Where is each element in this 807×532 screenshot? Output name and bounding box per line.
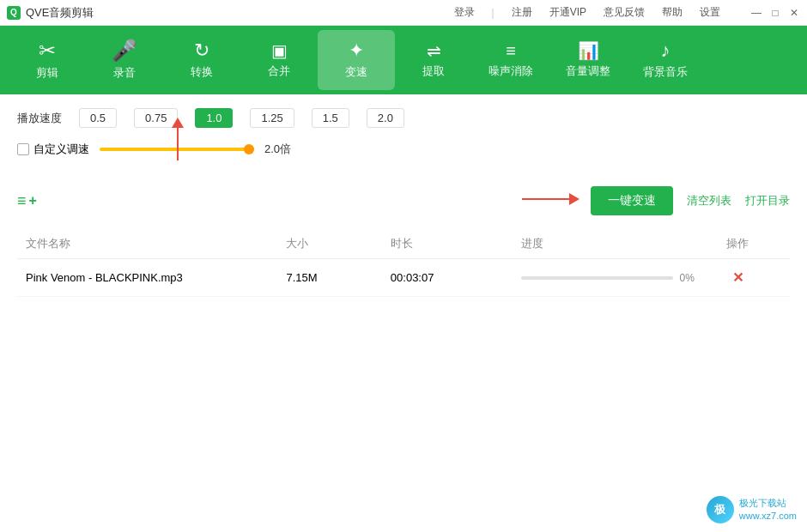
app-icon: Q bbox=[7, 6, 21, 20]
bgm-icon: ♪ bbox=[661, 41, 670, 60]
clear-list-button[interactable]: 清空列表 bbox=[687, 193, 731, 209]
nav-label-extract: 提取 bbox=[422, 63, 445, 79]
custom-speed-label: 自定义调速 bbox=[33, 142, 89, 157]
nav-item-record[interactable]: 🎤 录音 bbox=[86, 30, 163, 90]
nav-item-speed[interactable]: ✦ 变速 bbox=[318, 30, 395, 90]
content-area: 播放速度 0.5 0.75 1.0 1.25 1.5 2.0 自定义调速 2.0… bbox=[0, 94, 807, 532]
nav-label-record: 录音 bbox=[113, 65, 136, 81]
speed-row: 播放速度 0.5 0.75 1.0 1.25 1.5 2.0 bbox=[17, 108, 790, 128]
header-size: 大小 bbox=[286, 236, 390, 251]
speed-btn-1.0[interactable]: 1.0 bbox=[195, 108, 233, 128]
settings-link[interactable]: 设置 bbox=[700, 5, 720, 20]
add-icon: ≡ bbox=[17, 192, 27, 210]
open-directory-button[interactable]: 打开目录 bbox=[745, 193, 790, 209]
action-right: 一键变速 清空列表 打开目录 bbox=[591, 186, 790, 215]
table-header: 文件名称 大小 时长 进度 操作 bbox=[17, 229, 790, 259]
watermark-logo: 极 bbox=[707, 496, 734, 523]
record-icon: 🎤 bbox=[112, 40, 137, 61]
volume-icon: 📊 bbox=[578, 42, 599, 59]
nav-label-volume: 音量调整 bbox=[566, 63, 610, 79]
speed-custom-value: 2.0倍 bbox=[264, 142, 291, 157]
watermark: 极 极光下载站 www.xz7.com bbox=[707, 496, 797, 523]
action-row: ≡ + 一键变速 清空列表 打开目录 bbox=[17, 186, 790, 215]
feedback-link[interactable]: 意见反馈 bbox=[604, 5, 645, 20]
speed-btn-1.25[interactable]: 1.25 bbox=[250, 108, 294, 128]
header-progress: 进度 bbox=[521, 236, 695, 251]
minimize-button[interactable]: — bbox=[750, 7, 762, 19]
speed-btn-2.0[interactable]: 2.0 bbox=[367, 108, 404, 128]
watermark-site-url: www.xz7.com bbox=[739, 510, 797, 523]
header-action: 操作 bbox=[695, 236, 781, 251]
nav-item-volume[interactable]: 📊 音量调整 bbox=[549, 30, 627, 90]
title-bar-right: 登录 | 注册 开通VIP 意见反馈 帮助 设置 — □ ✕ bbox=[454, 5, 800, 20]
title-bar-left: Q QVE音频剪辑 bbox=[7, 5, 94, 21]
speed-label: 播放速度 bbox=[17, 111, 62, 126]
arrow-line-right bbox=[522, 198, 569, 200]
arrow-head-up bbox=[172, 118, 184, 128]
convert-icon: ↻ bbox=[194, 41, 209, 60]
nav-item-cut[interactable]: ✂ 剪辑 bbox=[9, 30, 86, 90]
nav-label-bgm: 背景音乐 bbox=[643, 64, 688, 80]
file-duration: 00:03:07 bbox=[391, 271, 521, 284]
watermark-site-name: 极光下载站 bbox=[739, 497, 797, 510]
arrow-indicator-right bbox=[522, 193, 579, 205]
nav-item-merge[interactable]: ▣ 合并 bbox=[240, 30, 318, 90]
nav-label-denoise: 噪声消除 bbox=[488, 63, 533, 79]
arrow-line-up bbox=[177, 128, 179, 160]
checkbox-box[interactable] bbox=[17, 143, 29, 155]
add-files-button[interactable]: ≡ + bbox=[17, 192, 37, 210]
custom-speed-checkbox[interactable]: 自定义调速 bbox=[17, 142, 89, 157]
one-click-speed-button[interactable]: 一键变速 bbox=[591, 186, 673, 215]
help-link[interactable]: 帮助 bbox=[662, 5, 683, 20]
speed-icon: ✦ bbox=[349, 41, 364, 60]
nav-item-extract[interactable]: ⇌ 提取 bbox=[395, 30, 472, 90]
nav-bar: ✂ 剪辑 🎤 录音 ↻ 转换 ▣ 合并 ✦ 变速 ⇌ 提取 ≡ 噪声消除 📊 音… bbox=[0, 26, 807, 94]
custom-speed-row: 自定义调速 2.0倍 bbox=[17, 142, 790, 157]
delete-file-button[interactable]: ✕ bbox=[732, 270, 743, 285]
progress-bar bbox=[521, 276, 673, 280]
speed-btn-0.5[interactable]: 0.5 bbox=[79, 108, 117, 128]
slider-thumb[interactable] bbox=[244, 144, 254, 154]
plus-icon: + bbox=[29, 193, 37, 209]
file-name: Pink Venom - BLACKPINK.mp3 bbox=[26, 271, 286, 284]
window-controls: — □ ✕ bbox=[750, 7, 800, 19]
vip-link[interactable]: 开通VIP bbox=[549, 5, 586, 20]
maximize-button[interactable]: □ bbox=[769, 7, 781, 19]
nav-label-speed: 变速 bbox=[345, 64, 367, 80]
file-progress-wrap: 0% bbox=[521, 272, 695, 284]
nav-label-cut: 剪辑 bbox=[36, 65, 58, 81]
nav-item-convert[interactable]: ↻ 转换 bbox=[163, 30, 240, 90]
nav-label-merge: 合并 bbox=[268, 63, 290, 79]
close-button[interactable]: ✕ bbox=[788, 7, 800, 19]
title-bar: Q QVE音频剪辑 登录 | 注册 开通VIP 意见反馈 帮助 设置 — □ ✕ bbox=[0, 0, 807, 26]
file-size: 7.15M bbox=[286, 271, 390, 284]
denoise-icon: ≡ bbox=[506, 42, 516, 59]
login-link[interactable]: 登录 bbox=[454, 5, 475, 20]
header-duration: 时长 bbox=[391, 236, 521, 251]
speed-btn-1.5[interactable]: 1.5 bbox=[312, 108, 349, 128]
cut-icon: ✂ bbox=[39, 40, 56, 61]
merge-icon: ▣ bbox=[271, 42, 288, 59]
extract-icon: ⇌ bbox=[427, 42, 441, 59]
nav-item-bgm[interactable]: ♪ 背景音乐 bbox=[627, 30, 704, 90]
table-row: Pink Venom - BLACKPINK.mp3 7.15M 00:03:0… bbox=[17, 259, 790, 297]
progress-text: 0% bbox=[680, 272, 695, 284]
file-action-wrap: ✕ bbox=[695, 269, 781, 286]
app-title: QVE音频剪辑 bbox=[26, 5, 94, 21]
nav-label-convert: 转换 bbox=[191, 64, 213, 80]
register-link[interactable]: 注册 bbox=[512, 5, 532, 20]
arrow-head-right bbox=[569, 193, 579, 205]
nav-item-denoise[interactable]: ≡ 噪声消除 bbox=[472, 30, 549, 90]
watermark-text: 极光下载站 www.xz7.com bbox=[739, 497, 797, 523]
header-name: 文件名称 bbox=[26, 236, 286, 251]
arrow-indicator-up bbox=[17, 171, 790, 179]
